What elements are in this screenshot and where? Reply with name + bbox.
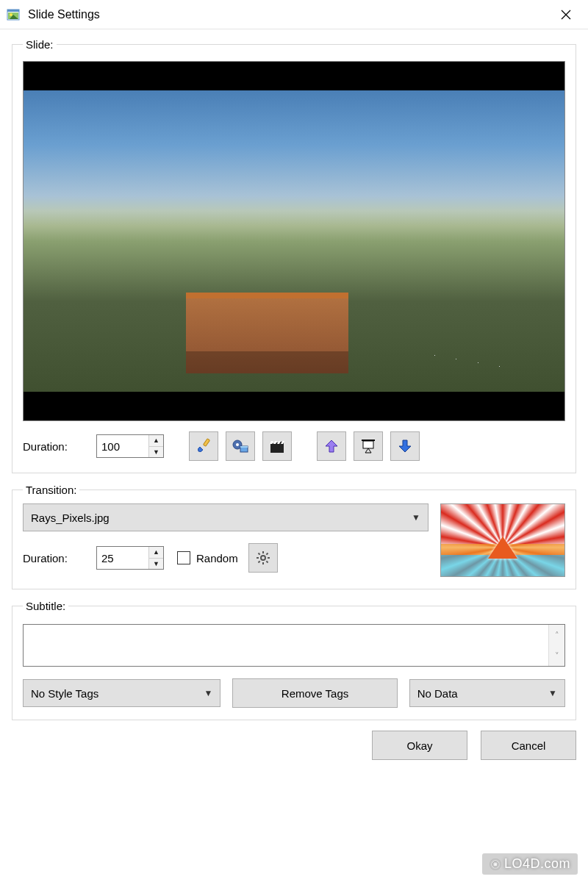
brush-button[interactable] bbox=[189, 431, 218, 461]
subtitle-text[interactable] bbox=[24, 625, 548, 666]
random-checkbox[interactable]: Random bbox=[177, 551, 238, 564]
svg-marker-23 bbox=[399, 440, 411, 452]
close-button[interactable] bbox=[549, 4, 582, 26]
slide-settings-window: Slide Settings Slide: Duration: ▲ ▼ bbox=[0, 0, 588, 772]
window-title: Slide Settings bbox=[28, 8, 100, 21]
svg-point-9 bbox=[236, 443, 239, 446]
svg-line-32 bbox=[258, 561, 259, 562]
svg-rect-11 bbox=[240, 446, 248, 448]
slide-duration-value[interactable] bbox=[97, 435, 148, 457]
move-down-button[interactable] bbox=[390, 431, 420, 461]
svg-rect-1 bbox=[7, 10, 19, 12]
film-roll-icon bbox=[232, 437, 249, 455]
chevron-down-icon: ▼ bbox=[548, 688, 557, 698]
clapper-button[interactable] bbox=[262, 431, 292, 461]
titlebar: Slide Settings bbox=[0, 0, 588, 29]
slide-duration-label: Duration: bbox=[23, 440, 89, 453]
presentation-button[interactable] bbox=[354, 431, 383, 461]
subtitle-scroll-up[interactable]: ˄ bbox=[549, 625, 564, 645]
paintbrush-icon bbox=[196, 438, 212, 454]
transition-select[interactable]: Rays_Pixels.jpg ▼ bbox=[23, 503, 429, 531]
transition-group: Transition: Rays_Pixels.jpg ▼ Duration: … bbox=[12, 484, 576, 589]
disc-icon bbox=[490, 858, 501, 870]
svg-point-24 bbox=[261, 556, 265, 560]
slide-duration-input[interactable]: ▲ ▼ bbox=[96, 434, 164, 458]
svg-rect-14 bbox=[270, 444, 284, 447]
svg-line-31 bbox=[266, 553, 268, 555]
transition-duration-label: Duration: bbox=[23, 552, 89, 564]
svg-point-3 bbox=[10, 13, 12, 16]
close-icon bbox=[561, 10, 571, 20]
subtitle-input[interactable]: ˄ ˅ bbox=[23, 624, 565, 667]
transition-duration-spin-up[interactable]: ▲ bbox=[149, 547, 163, 559]
slide-duration-spin-down[interactable]: ▼ bbox=[149, 447, 163, 458]
data-source-select[interactable]: No Data ▼ bbox=[409, 679, 565, 707]
random-label: Random bbox=[196, 552, 238, 564]
cancel-button[interactable]: Cancel bbox=[481, 731, 576, 760]
chevron-down-icon: ▼ bbox=[412, 512, 420, 523]
chevron-down-icon: ▼ bbox=[204, 688, 213, 698]
subtitle-scroll-down[interactable]: ˅ bbox=[549, 645, 564, 666]
transition-selected: Rays_Pixels.jpg bbox=[31, 512, 412, 524]
client-area: Slide: Duration: ▲ ▼ bbox=[0, 29, 588, 772]
watermark: LO4D.com bbox=[482, 853, 578, 875]
arrow-up-icon bbox=[324, 439, 339, 453]
subtitle-group: Subtitle: ˄ ˅ No Style Tags ▼ Remove Tag… bbox=[12, 600, 576, 720]
svg-marker-19 bbox=[326, 440, 337, 452]
svg-rect-7 bbox=[203, 439, 209, 446]
dialog-footer: Okay Cancel bbox=[12, 731, 576, 760]
transition-duration-input[interactable]: ▲ ▼ bbox=[96, 546, 164, 570]
transition-duration-spin-down[interactable]: ▼ bbox=[149, 559, 163, 570]
gear-icon bbox=[256, 551, 270, 565]
filmroll-button[interactable] bbox=[226, 431, 255, 461]
transition-duration-value[interactable] bbox=[97, 547, 148, 569]
slide-legend: Slide: bbox=[23, 38, 57, 51]
transition-legend: Transition: bbox=[23, 484, 79, 496]
data-source-selected: No Data bbox=[417, 687, 548, 700]
slide-preview[interactable] bbox=[23, 61, 565, 421]
svg-line-29 bbox=[258, 553, 259, 555]
arrow-down-icon bbox=[398, 439, 412, 453]
okay-button[interactable]: Okay bbox=[372, 731, 467, 760]
move-up-button[interactable] bbox=[317, 431, 346, 461]
remove-tags-button[interactable]: Remove Tags bbox=[232, 678, 397, 708]
slide-duration-spin-up[interactable]: ▲ bbox=[149, 435, 163, 447]
presentation-icon bbox=[360, 438, 376, 454]
transition-settings-button[interactable] bbox=[248, 543, 278, 573]
clapperboard-icon bbox=[269, 438, 285, 454]
style-tags-selected: No Style Tags bbox=[31, 687, 204, 700]
svg-marker-22 bbox=[365, 448, 371, 453]
slide-preview-image bbox=[24, 90, 564, 392]
svg-rect-21 bbox=[363, 441, 373, 448]
svg-line-30 bbox=[266, 561, 268, 562]
checkbox-box bbox=[177, 551, 190, 564]
slide-group: Slide: Duration: ▲ ▼ bbox=[12, 38, 576, 473]
style-tags-select[interactable]: No Style Tags ▼ bbox=[23, 679, 220, 707]
transition-preview bbox=[440, 503, 565, 577]
subtitle-legend: Subtitle: bbox=[23, 600, 68, 612]
app-icon bbox=[6, 7, 21, 22]
